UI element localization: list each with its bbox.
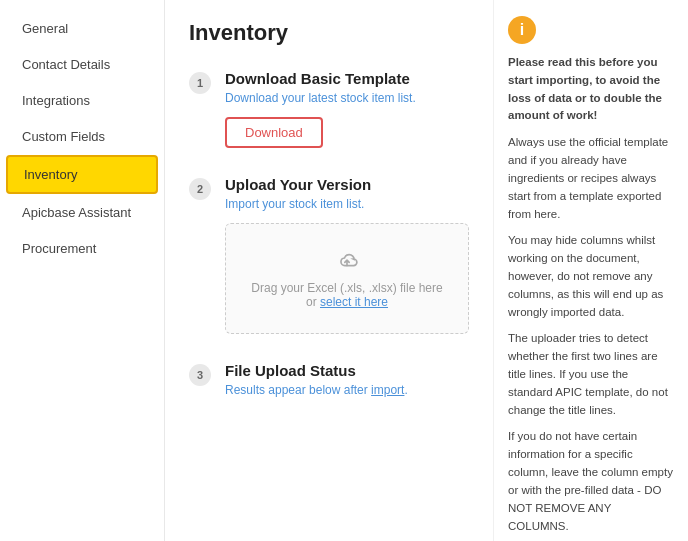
step-1-title: Download Basic Template (225, 70, 469, 87)
step-2-title: Upload Your Version (225, 176, 469, 193)
step-3-title: File Upload Status (225, 362, 469, 379)
import-link[interactable]: import (371, 383, 404, 397)
info-paragraph-3: The uploader tries to detect whether the… (508, 330, 674, 419)
step-1-number: 1 (189, 72, 211, 94)
step-2: 2 Upload Your Version Import your stock … (189, 176, 469, 334)
upload-drag-text: Drag your Excel (.xls, .xlsx) file here … (242, 281, 452, 309)
step-1-content: Download Basic Template Download your la… (225, 70, 469, 148)
step-1: 1 Download Basic Template Download your … (189, 70, 469, 148)
step-1-subtitle: Download your latest stock item list. (225, 91, 469, 105)
sidebar-item-inventory[interactable]: Inventory (6, 155, 158, 194)
upload-icon (242, 248, 452, 275)
page-title: Inventory (189, 20, 469, 46)
info-panel: i Please read this before you start impo… (493, 0, 688, 541)
info-paragraph-0: Please read this before you start import… (508, 54, 674, 125)
info-paragraphs: Please read this before you start import… (508, 54, 674, 541)
step-3-subtitle: Results appear below after import. (225, 383, 469, 397)
step-3: 3 File Upload Status Results appear belo… (189, 362, 469, 409)
file-upload-area[interactable]: Drag your Excel (.xls, .xlsx) file here … (225, 223, 469, 334)
download-button[interactable]: Download (225, 117, 323, 148)
upload-select-link[interactable]: select it here (320, 295, 388, 309)
sidebar-item-apicbase-assistant[interactable]: Apicbase Assistant (6, 195, 158, 230)
sidebar-item-procurement[interactable]: Procurement (6, 231, 158, 266)
step-2-number: 2 (189, 178, 211, 200)
sidebar-item-general[interactable]: General (6, 11, 158, 46)
sidebar-item-integrations[interactable]: Integrations (6, 83, 158, 118)
sidebar-item-contact-details[interactable]: Contact Details (6, 47, 158, 82)
step-3-content: File Upload Status Results appear below … (225, 362, 469, 409)
step-2-subtitle: Import your stock item list. (225, 197, 469, 211)
sidebar-item-custom-fields[interactable]: Custom Fields (6, 119, 158, 154)
info-paragraph-4: If you do not have certain information f… (508, 428, 674, 535)
info-icon: i (508, 16, 536, 44)
info-paragraph-2: You may hide columns whilst working on t… (508, 232, 674, 321)
info-paragraph-1: Always use the official template and if … (508, 134, 674, 223)
main-content: Inventory 1 Download Basic Template Down… (165, 0, 493, 541)
step-3-number: 3 (189, 364, 211, 386)
sidebar: General Contact Details Integrations Cus… (0, 0, 165, 541)
step-2-content: Upload Your Version Import your stock it… (225, 176, 469, 334)
